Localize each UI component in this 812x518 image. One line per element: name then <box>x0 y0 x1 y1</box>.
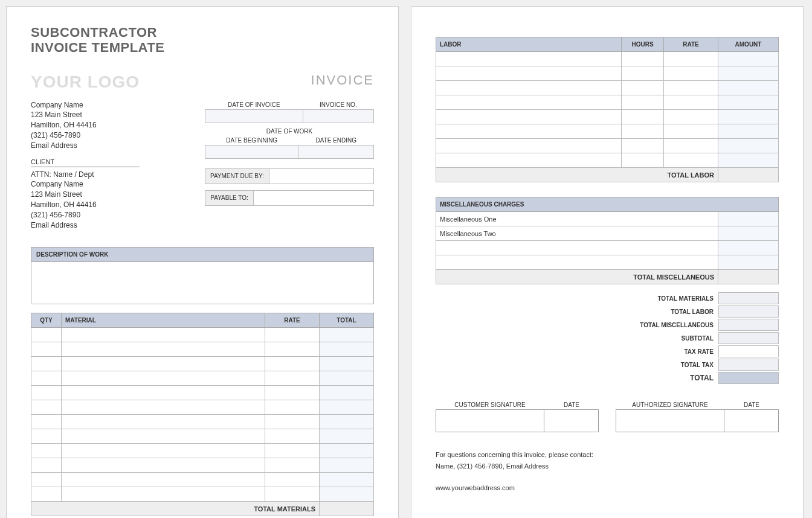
lab-hours[interactable] <box>622 139 664 153</box>
lab-rate[interactable] <box>664 124 718 139</box>
mat-rate[interactable] <box>265 458 320 473</box>
mat-qty[interactable] <box>31 371 62 386</box>
mat-desc[interactable] <box>62 415 265 429</box>
mat-qty[interactable] <box>31 429 62 444</box>
misc-1-value[interactable] <box>718 212 779 226</box>
mat-qty[interactable] <box>31 444 62 458</box>
mat-qty[interactable] <box>31 386 62 400</box>
lab-amount <box>718 139 779 153</box>
total-labor-value <box>718 168 779 182</box>
mat-qty[interactable] <box>31 357 62 371</box>
customer-date-field[interactable] <box>544 410 598 432</box>
lab-desc[interactable] <box>436 153 622 168</box>
misc-3-label[interactable] <box>436 241 718 255</box>
authorized-date-field[interactable] <box>724 410 778 432</box>
invoice-page-1: SUBCONTRACTOR INVOICE TEMPLATE YOUR LOGO… <box>6 6 399 518</box>
lab-rate[interactable] <box>664 52 718 66</box>
mat-desc[interactable] <box>62 386 265 400</box>
field-invoice-no[interactable] <box>303 109 373 123</box>
lab-rate[interactable] <box>664 81 718 95</box>
lab-hours[interactable] <box>622 110 664 124</box>
mat-qty[interactable] <box>31 487 62 502</box>
lab-desc[interactable] <box>436 52 622 66</box>
mat-desc[interactable] <box>62 429 265 444</box>
lab-desc[interactable] <box>436 66 622 81</box>
field-payment-due[interactable] <box>269 168 374 184</box>
sum-total-label: TOTAL <box>598 374 718 382</box>
field-date-of-invoice[interactable] <box>205 109 303 123</box>
labor-row <box>436 52 779 66</box>
mat-desc[interactable] <box>62 444 265 458</box>
lab-rate[interactable] <box>664 153 718 168</box>
materials-row <box>31 386 374 400</box>
mat-rate[interactable] <box>265 386 320 400</box>
mat-rate[interactable] <box>265 400 320 415</box>
footer-block: For questions concerning this invoice, p… <box>436 449 779 494</box>
mat-desc[interactable] <box>62 328 265 342</box>
lab-desc[interactable] <box>436 110 622 124</box>
labor-row <box>436 81 779 95</box>
invoice-page-2: LABOR HOURS RATE AMOUNT TOTAL LABOR MISC… <box>411 6 804 518</box>
mat-desc[interactable] <box>62 371 265 386</box>
lab-hours[interactable] <box>622 66 664 81</box>
lab-desc[interactable] <box>436 139 622 153</box>
mat-qty[interactable] <box>31 400 62 415</box>
mat-desc[interactable] <box>62 400 265 415</box>
mat-total <box>320 342 374 357</box>
lab-desc[interactable] <box>436 124 622 139</box>
field-payable-to[interactable] <box>253 190 374 206</box>
lab-desc[interactable] <box>436 81 622 95</box>
lab-rate[interactable] <box>664 95 718 110</box>
misc-1-label[interactable]: Miscellaneous One <box>436 212 718 226</box>
mat-desc[interactable] <box>62 458 265 473</box>
mat-total <box>320 458 374 473</box>
mat-rate[interactable] <box>265 487 320 502</box>
mat-total <box>320 473 374 487</box>
mat-desc[interactable] <box>62 487 265 502</box>
mat-rate[interactable] <box>265 371 320 386</box>
total-materials-value <box>320 502 374 516</box>
field-date-ending[interactable] <box>298 145 374 158</box>
mat-qty[interactable] <box>31 473 62 487</box>
mat-qty[interactable] <box>31 415 62 429</box>
lab-amount <box>718 66 779 81</box>
lab-amount <box>718 81 779 95</box>
payment-due-box: PAYMENT DUE BY: <box>205 168 374 184</box>
mat-rate[interactable] <box>265 415 320 429</box>
lab-hours[interactable] <box>622 153 664 168</box>
lab-hours[interactable] <box>622 81 664 95</box>
description-body[interactable] <box>31 262 374 304</box>
lab-rate[interactable] <box>664 110 718 124</box>
mat-rate[interactable] <box>265 342 320 357</box>
mat-desc[interactable] <box>62 342 265 357</box>
mat-rate[interactable] <box>265 328 320 342</box>
mat-rate[interactable] <box>265 429 320 444</box>
misc-4-value[interactable] <box>718 255 779 270</box>
lab-hours[interactable] <box>622 124 664 139</box>
mat-qty[interactable] <box>31 458 62 473</box>
client-phone: (321) 456-7890 <box>31 210 187 220</box>
lab-rate[interactable] <box>664 66 718 81</box>
field-date-beginning[interactable] <box>205 145 298 158</box>
lab-rate[interactable] <box>664 139 718 153</box>
mat-rate[interactable] <box>265 357 320 371</box>
mat-qty[interactable] <box>31 342 62 357</box>
mat-desc[interactable] <box>62 357 265 371</box>
sum-labor-val <box>718 305 779 318</box>
authorized-sig-field[interactable] <box>616 410 724 432</box>
mat-rate[interactable] <box>265 444 320 458</box>
misc-2-label[interactable]: Miscellaneous Two <box>436 226 718 241</box>
misc-4-label[interactable] <box>436 255 718 270</box>
customer-sig-field[interactable] <box>436 410 544 432</box>
misc-3-value[interactable] <box>718 241 779 255</box>
misc-2-value[interactable] <box>718 226 779 241</box>
lab-hours[interactable] <box>622 95 664 110</box>
lab-hours[interactable] <box>622 52 664 66</box>
mat-rate[interactable] <box>265 473 320 487</box>
sum-taxrate-val[interactable] <box>718 345 779 357</box>
lab-desc[interactable] <box>436 95 622 110</box>
mat-desc[interactable] <box>62 473 265 487</box>
materials-row <box>31 415 374 429</box>
misc-row-4 <box>436 255 779 270</box>
mat-qty[interactable] <box>31 328 62 342</box>
